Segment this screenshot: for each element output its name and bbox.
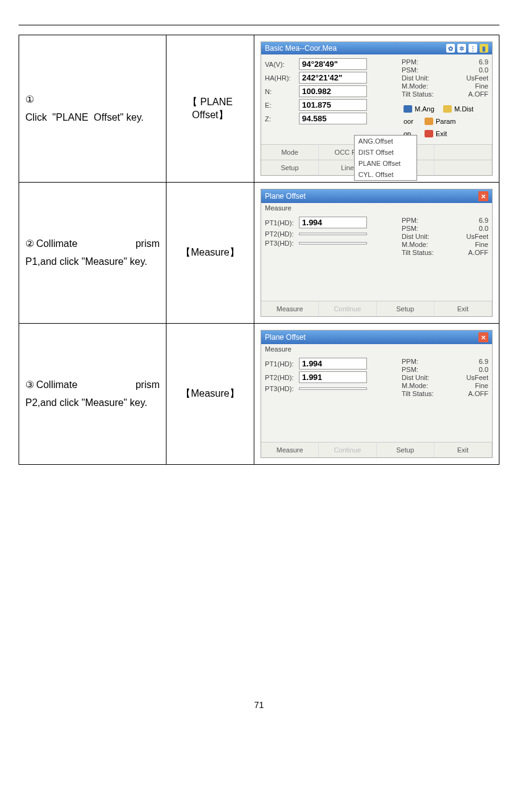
info-value: 0.0	[479, 66, 488, 74]
table-row: ①Click "PLANE Offset" key. 【 PLANE Offse…	[19, 35, 499, 183]
field-label: PT2(HD):	[265, 230, 299, 238]
field-value: 94.585	[299, 113, 367, 124]
info-column: PPM:6.9 PSM:0.0 Dist Unit:UsFeet M.Mode:…	[402, 58, 488, 140]
measure-button[interactable]: Measure	[261, 443, 319, 457]
titlebar: Plane Offset ✕	[261, 330, 492, 344]
field-label: HA(HR):	[265, 74, 299, 82]
bottom-toolbar: Measure Continue Setup Exit	[261, 301, 492, 316]
top-divider	[19, 25, 499, 25]
field-label: N:	[265, 88, 299, 95]
info-label: M.Mode:	[402, 82, 428, 90]
info-label: M.Mode:	[402, 382, 428, 389]
field-value: 242°21'42"	[299, 72, 367, 84]
battery-icon: ▮	[480, 44, 488, 53]
info-value: UsFeet	[467, 233, 488, 240]
info-label: PPM:	[402, 217, 418, 224]
titlebar: Plane Offset ✕	[261, 189, 492, 203]
step-text: ③Collimate prism P2,and click "Measure" …	[25, 376, 160, 412]
bottom-toolbar: Measure Continue Setup Exit	[261, 442, 492, 457]
step-text: ②Collimate prism P1,and click "Measure" …	[25, 235, 160, 271]
menu-item[interactable]: DIST Offset	[355, 147, 417, 158]
field-label: E:	[265, 102, 299, 109]
info-value: UsFeet	[467, 374, 488, 381]
info-column: PPM:6.9 PSM:0.0 Dist Unit:UsFeet M.Mode:…	[402, 217, 488, 297]
screenshot-plane-offset-2: Plane Offset ✕ Measure PT1(HD):1.994 PT2…	[261, 330, 493, 458]
close-icon[interactable]: ✕	[478, 332, 488, 342]
body-area: PT1(HD):1.994 PT2(HD):1.991 PT3(HD): PPM…	[261, 354, 492, 442]
bluetooth-icon[interactable]: ⋮	[468, 44, 477, 53]
field-label: PT1(HD):	[265, 219, 299, 227]
exit-button[interactable]: Exit	[434, 301, 492, 316]
info-value: 6.9	[479, 58, 488, 66]
info-label: Tilt Status:	[402, 90, 434, 98]
measure-button[interactable]: Measure	[261, 301, 319, 316]
screenshot-cell: Plane Offset ✕ Measure PT1(HD):1.994 PT2…	[254, 324, 499, 465]
screenshot-basic-mea: Basic Mea--Coor.Mea ✿ ✲ ⋮ ▮ VA(V):94°28'…	[261, 41, 493, 176]
info-label: Dist Unit:	[402, 374, 430, 381]
info-label: Tilt Status:	[402, 249, 434, 256]
setup-button[interactable]: Setup	[261, 160, 319, 175]
info-value: 6.9	[479, 217, 488, 224]
screenshot-cell: Basic Mea--Coor.Mea ✿ ✲ ⋮ ▮ VA(V):94°28'…	[254, 35, 499, 183]
field-value	[299, 233, 367, 235]
field-label: Z:	[265, 115, 299, 123]
mode-button[interactable]: Mode	[261, 145, 319, 160]
info-value: Fine	[475, 82, 488, 90]
info-label: PSM:	[402, 366, 418, 373]
info-value: A.OFF	[468, 249, 488, 256]
field-label: PT2(HD):	[265, 374, 299, 381]
field-value: 1.994	[299, 358, 367, 369]
continue-button: Continue	[319, 443, 376, 457]
settings-icon[interactable]: ✲	[457, 44, 466, 53]
gear-icon[interactable]: ✿	[446, 44, 455, 53]
info-value: 0.0	[479, 225, 488, 232]
menu-item[interactable]: CYL. Offset	[355, 169, 417, 180]
step-cell: ①Click "PLANE Offset" key.	[19, 35, 166, 183]
continue-button: Continue	[319, 301, 376, 316]
field-value	[299, 387, 367, 390]
info-value: Fine	[475, 241, 488, 248]
action-text: 【Measure】	[181, 247, 239, 257]
field-label: PT3(HD):	[265, 385, 299, 392]
info-column: PPM:6.9 PSM:0.0 Dist Unit:UsFeet M.Mode:…	[402, 358, 488, 438]
info-value: 0.0	[479, 366, 488, 373]
field-value	[299, 242, 367, 244]
field-label: PT3(HD):	[265, 240, 299, 247]
offset-popup-menu: ANG.Offset DIST Offset PLANE Offset CYL.…	[354, 135, 417, 181]
field-value: 1.991	[299, 371, 367, 383]
window-title: Basic Mea--Coor.Mea	[265, 44, 337, 53]
fields-column: PT1(HD):1.994 PT2(HD): PT3(HD):	[265, 217, 397, 297]
param-button[interactable]: oorParam	[402, 116, 488, 127]
menu-item[interactable]: PLANE Offset	[355, 158, 417, 169]
info-label: Dist Unit:	[402, 74, 430, 82]
info-label: PSM:	[402, 66, 418, 74]
action-cell: 【Measure】	[166, 183, 254, 324]
field-label: VA(V):	[265, 61, 299, 68]
circle-icon	[404, 105, 412, 113]
screenshot-cell: Plane Offset ✕ Measure PT1(HD):1.994 PT2…	[254, 183, 499, 324]
mang-button[interactable]: M.Ang M.Dist	[402, 103, 488, 114]
field-value: 100.982	[299, 85, 367, 97]
field-value: 1.994	[299, 217, 367, 228]
info-label: PPM:	[402, 58, 418, 66]
setup-button[interactable]: Setup	[377, 301, 434, 316]
info-value: Fine	[475, 382, 488, 389]
step-text: ①Click "PLANE Offset" key.	[25, 91, 160, 127]
window-title: Plane Offset	[265, 192, 306, 201]
table-row: ②Collimate prism P1,and click "Measure" …	[19, 183, 499, 324]
section-label: Measure	[261, 203, 492, 213]
action-cell: 【 PLANE Offset】	[166, 35, 254, 183]
instruction-table: ①Click "PLANE Offset" key. 【 PLANE Offse…	[19, 35, 499, 465]
table-row: ③Collimate prism P2,and click "Measure" …	[19, 324, 499, 465]
menu-item[interactable]: ANG.Offset	[355, 136, 417, 147]
exit-button[interactable]: Exit	[434, 443, 492, 457]
section-label: Measure	[261, 344, 492, 354]
window-title: Plane Offset	[265, 333, 306, 342]
action-text: 【Measure】	[181, 388, 239, 399]
field-value: 101.875	[299, 99, 367, 111]
close-icon[interactable]: ✕	[478, 191, 488, 201]
info-value: A.OFF	[468, 390, 488, 397]
titlebar: Basic Mea--Coor.Mea ✿ ✲ ⋮ ▮	[261, 42, 492, 54]
setup-button[interactable]: Setup	[377, 443, 434, 457]
info-label: M.Mode:	[402, 241, 428, 248]
